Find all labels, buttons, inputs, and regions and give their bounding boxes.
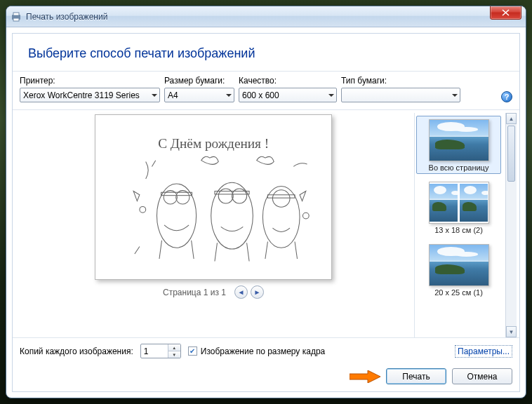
chevron-down-icon	[328, 94, 334, 97]
chevron-down-icon	[152, 94, 157, 97]
layout-thumbnail	[429, 244, 489, 286]
options-row: Копий каждого изображения: ▲ ▼ ✔ Изображ…	[13, 337, 519, 364]
layout-option[interactable]: 20 x 25 см (1)	[416, 241, 501, 299]
layout-thumbnail	[429, 182, 489, 224]
preview-pane: С Днём рождения !	[15, 113, 411, 337]
action-row: Печать Отмена	[13, 364, 519, 391]
layout-label: 13 x 18 см (2)	[418, 226, 499, 234]
window-title: Печать изображений	[26, 12, 107, 22]
page-indicator: Страница 1 из 1	[163, 288, 226, 297]
quality-label: Качество:	[239, 76, 337, 86]
annotation-arrow-icon	[350, 370, 380, 383]
layout-list[interactable]: Во всю страницу13 x 18 см (2)20 x 25 см …	[414, 113, 503, 337]
layout-label: 20 x 25 см (1)	[418, 288, 499, 297]
chevron-down-icon	[226, 94, 232, 97]
copies-input[interactable]	[141, 344, 168, 358]
paper-type-label: Тип бумаги:	[341, 76, 460, 86]
dialog-content: Выберите способ печати изображений Принт…	[12, 33, 520, 392]
scroll-up-button[interactable]: ▲	[506, 113, 517, 124]
layout-thumbnail	[429, 119, 489, 161]
options-link[interactable]: Параметры...	[455, 345, 512, 358]
copies-label: Копий каждого изображения:	[20, 346, 133, 356]
chevron-down-icon	[452, 94, 458, 97]
svg-point-16	[302, 213, 309, 219]
svg-rect-14	[267, 194, 295, 197]
help-icon[interactable]: ?	[501, 91, 512, 102]
fit-frame-checkbox[interactable]: ✔ Изображение по размеру кадра	[188, 346, 325, 356]
paper-size-value: A4	[168, 90, 178, 100]
page-heading: Выберите способ печати изображений	[28, 46, 504, 61]
svg-text:С Днём рождения !: С Днём рождения !	[158, 136, 269, 151]
svg-point-12	[262, 186, 300, 248]
prev-page-button[interactable]: ◄	[234, 285, 248, 299]
print-button[interactable]: Печать	[386, 368, 446, 384]
spin-down-button[interactable]: ▼	[168, 351, 180, 358]
copies-spinner[interactable]: ▲ ▼	[140, 344, 181, 358]
title-bar: Печать изображений	[6, 6, 526, 27]
paper-size-label: Размер бумаги:	[164, 76, 234, 86]
svg-point-15	[140, 206, 146, 213]
layout-option[interactable]: Во всю страницу	[416, 116, 501, 174]
paper-size-select[interactable]: A4	[164, 88, 234, 102]
svg-point-13	[272, 189, 290, 207]
print-pictures-dialog: Печать изображений Выберите способ печат…	[6, 6, 526, 398]
page-preview: С Днём рождения !	[95, 114, 332, 280]
paper-type-select[interactable]	[341, 88, 460, 102]
scrollbar[interactable]: ▲ ▼	[505, 113, 517, 337]
checkbox-box: ✔	[188, 346, 197, 356]
preview-image: С Днём рождения !	[107, 123, 319, 271]
cancel-button[interactable]: Отмена	[452, 368, 512, 384]
svg-marker-17	[350, 370, 380, 383]
printer-value: Xerox WorkCentre 3119 Series	[23, 90, 140, 100]
spin-up-button[interactable]: ▲	[168, 344, 180, 351]
quality-select[interactable]: 600 x 600	[239, 88, 337, 102]
layout-option[interactable]: 13 x 18 см (2)	[416, 178, 501, 236]
app-icon	[11, 11, 22, 22]
scroll-down-button[interactable]: ▼	[506, 326, 517, 337]
close-button[interactable]	[490, 6, 521, 20]
printer-label: Принтер:	[20, 76, 160, 86]
scroll-thumb[interactable]	[507, 126, 515, 182]
header: Выберите способ печати изображений	[13, 34, 519, 72]
print-settings-row: Принтер: Xerox WorkCentre 3119 Series Ра…	[13, 72, 519, 110]
layout-label: Во всю страницу	[418, 163, 499, 172]
printer-select[interactable]: Xerox WorkCentre 3119 Series	[20, 88, 160, 102]
svg-rect-2	[13, 18, 19, 21]
pager: Страница 1 из 1 ◄ ►	[163, 285, 264, 299]
main-area: С Днём рождения !	[13, 110, 519, 337]
next-page-button[interactable]: ►	[251, 285, 264, 299]
svg-rect-1	[13, 13, 19, 15]
quality-value: 600 x 600	[242, 90, 279, 100]
svg-point-4	[157, 184, 196, 248]
fit-frame-label: Изображение по размеру кадра	[201, 346, 325, 356]
